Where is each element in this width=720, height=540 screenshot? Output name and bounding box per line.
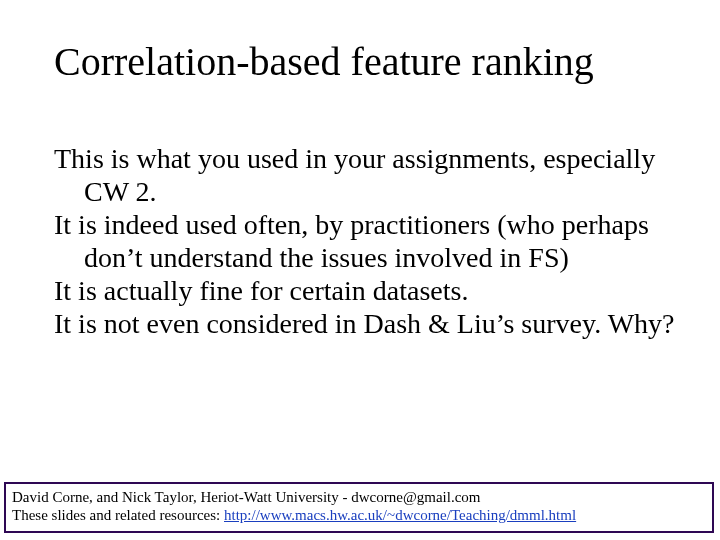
body-paragraph-4: It is not even considered in Dash & Liu’…	[54, 307, 680, 340]
body-paragraph-3: It is actually fine for certain datasets…	[54, 274, 680, 307]
footer-line-2: These slides and related resources: http…	[12, 506, 706, 525]
footer-box: David Corne, and Nick Taylor, Heriot-Wat…	[4, 482, 714, 534]
body-paragraph-2: It is indeed used often, by practitioner…	[54, 208, 680, 274]
slide-title: Correlation-based feature ranking	[54, 38, 680, 85]
footer-resources-link[interactable]: http://www.macs.hw.ac.uk/~dwcorne/Teachi…	[224, 507, 576, 523]
body-paragraph-1: This is what you used in your assignment…	[54, 142, 680, 208]
slide: Correlation-based feature ranking This i…	[0, 0, 720, 540]
footer-line-1: David Corne, and Nick Taylor, Heriot-Wat…	[12, 488, 706, 507]
footer-resources-label: These slides and related resources:	[12, 507, 224, 523]
slide-body: This is what you used in your assignment…	[54, 142, 680, 340]
